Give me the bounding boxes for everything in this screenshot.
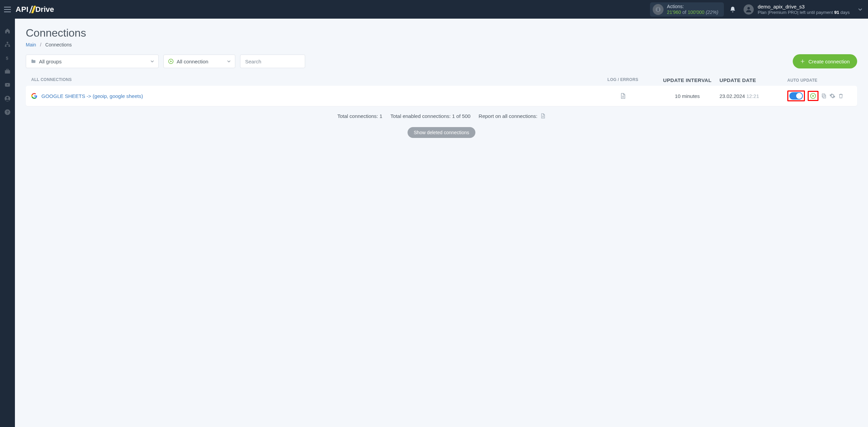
connection-link[interactable]: GOOGLE SHEETS -> (geoip, google sheets) xyxy=(41,93,143,99)
groups-label: All groups xyxy=(39,59,150,64)
col-auto: AUTO UPDATE xyxy=(787,75,852,86)
folder-icon xyxy=(30,59,36,64)
auto-update-toggle[interactable] xyxy=(789,92,803,100)
logo-api: API xyxy=(16,5,28,14)
svg-point-16 xyxy=(6,97,8,99)
date-value: 23.02.2024 12:21 xyxy=(719,93,787,99)
user-menu[interactable]: demo_apix_drive_s3 Plan |Premium PRO| le… xyxy=(744,4,850,15)
chevron-down-icon xyxy=(227,59,231,63)
enabled-connections: Total enabled connections: 1 of 500 xyxy=(391,113,471,119)
sidebar-account[interactable] xyxy=(0,92,15,105)
report-link[interactable]: Report on all connections: xyxy=(479,113,546,119)
sidebar-video[interactable] xyxy=(0,78,15,92)
status-dropdown[interactable]: All connection xyxy=(163,55,235,68)
svg-text:?: ? xyxy=(6,110,9,114)
plus-icon xyxy=(800,59,805,64)
user-icon xyxy=(4,95,11,102)
menu-toggle[interactable] xyxy=(0,7,15,12)
col-name: ALL CONNECTIONS xyxy=(31,75,591,86)
svg-rect-11 xyxy=(5,70,10,74)
sidebar: $ ? xyxy=(0,19,15,427)
run-now-button[interactable] xyxy=(810,93,816,99)
table-header: ALL CONNECTIONS LOG / ERRORS UPDATE INTE… xyxy=(26,75,857,86)
user-text: demo_apix_drive_s3 Plan |Premium PRO| le… xyxy=(758,4,850,15)
actions-counter[interactable]: Actions: 21'960 of 100'000 (22%) xyxy=(650,2,724,17)
svg-text:$: $ xyxy=(6,56,8,61)
settings-button[interactable] xyxy=(829,93,835,99)
col-date: UPDATE DATE xyxy=(719,75,787,86)
document-icon xyxy=(540,113,546,119)
svg-rect-23 xyxy=(823,95,826,98)
svg-rect-8 xyxy=(5,45,7,47)
delete-button[interactable] xyxy=(838,93,844,99)
status-label: All connection xyxy=(177,59,227,64)
svg-rect-4 xyxy=(658,9,659,11)
gear-icon xyxy=(829,93,835,99)
create-label: Create connection xyxy=(808,59,850,64)
actions-sep: of xyxy=(681,9,688,15)
show-deleted-button[interactable]: Show deleted connections xyxy=(408,127,475,138)
header-expand[interactable] xyxy=(858,7,863,12)
notifications-button[interactable] xyxy=(729,6,736,13)
total-connections: Total connections: 1 xyxy=(337,113,382,119)
page-title: Connections xyxy=(26,27,857,39)
svg-marker-20 xyxy=(171,60,172,62)
actions-text: Actions: 21'960 of 100'000 (22%) xyxy=(667,4,718,15)
actions-total: 100'000 xyxy=(688,9,704,15)
sidebar-home[interactable] xyxy=(0,24,15,38)
highlight-play xyxy=(808,91,818,101)
play-circle-icon xyxy=(168,58,174,64)
youtube-icon xyxy=(4,82,11,88)
hamburger-icon xyxy=(4,7,11,12)
main-content: Connections Main / Connections All group… xyxy=(15,19,868,427)
document-icon xyxy=(620,93,626,99)
info-icon xyxy=(653,4,664,15)
bell-icon xyxy=(729,6,736,13)
log-button[interactable] xyxy=(620,93,626,99)
toolbar: All groups All connection Create connect… xyxy=(26,54,857,68)
home-icon xyxy=(4,28,11,34)
header: API Drive Actions: 21'960 of 100'000 (22… xyxy=(0,0,868,19)
actions-pct: (22%) xyxy=(706,9,718,15)
report-label: Report on all connections: xyxy=(479,113,537,119)
col-log: LOG / ERRORS xyxy=(591,75,655,86)
sidebar-connections[interactable] xyxy=(0,38,15,51)
sidebar-billing[interactable]: $ xyxy=(0,51,15,65)
breadcrumb-main[interactable]: Main xyxy=(26,42,36,47)
logo[interactable]: API Drive xyxy=(16,5,54,14)
sitemap-icon xyxy=(4,41,11,47)
sidebar-help[interactable]: ? xyxy=(0,105,15,119)
search-input[interactable] xyxy=(240,55,305,68)
logo-slash-icon xyxy=(29,6,35,13)
plan-line: Plan |Premium PRO| left until payment 91… xyxy=(758,10,850,15)
trash-icon xyxy=(838,93,844,99)
username: demo_apix_drive_s3 xyxy=(758,4,850,10)
breadcrumb: Main / Connections xyxy=(26,42,857,47)
create-connection-button[interactable]: Create connection xyxy=(793,54,857,68)
table-row: GOOGLE SHEETS -> (geoip, google sheets) … xyxy=(26,86,857,106)
actions-used: 21'960 xyxy=(667,9,681,15)
google-icon xyxy=(31,93,37,99)
svg-rect-7 xyxy=(7,42,8,43)
chevron-down-icon xyxy=(858,7,863,12)
summary-row: Total connections: 1 Total enabled conne… xyxy=(26,113,857,119)
avatar-icon xyxy=(744,4,754,15)
dollar-icon: $ xyxy=(5,55,10,61)
groups-dropdown[interactable]: All groups xyxy=(26,55,159,68)
play-circle-icon xyxy=(810,93,816,99)
copy-button[interactable] xyxy=(821,93,827,99)
svg-rect-12 xyxy=(6,69,8,70)
briefcase-icon xyxy=(4,68,11,75)
svg-marker-22 xyxy=(812,95,814,97)
chevron-down-icon xyxy=(150,59,154,63)
svg-rect-24 xyxy=(822,94,825,97)
highlight-toggle xyxy=(787,90,805,101)
svg-point-3 xyxy=(658,7,659,8)
actions-label: Actions: xyxy=(667,4,718,9)
sidebar-toolbox[interactable] xyxy=(0,65,15,78)
breadcrumb-current: Connections xyxy=(45,42,72,47)
help-icon: ? xyxy=(4,109,11,116)
connections-table: ALL CONNECTIONS LOG / ERRORS UPDATE INTE… xyxy=(26,75,857,138)
svg-rect-9 xyxy=(8,45,10,47)
logo-drive: Drive xyxy=(35,5,54,14)
